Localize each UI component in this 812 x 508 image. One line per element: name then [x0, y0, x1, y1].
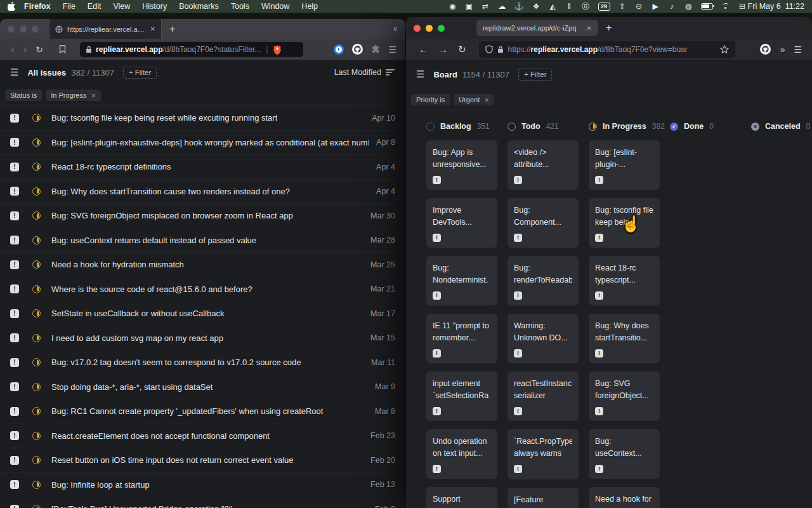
issue-row[interactable]: !Bug: RC1 Cannot create property '_updat…	[0, 399, 405, 424]
issue-row[interactable]: !Bug: tsconfig file keep being reset whi…	[0, 106, 405, 131]
issue-row[interactable]: !Reset button on iOS time input does not…	[0, 448, 405, 473]
lock-icon[interactable]	[497, 46, 504, 53]
issue-row[interactable]: !Bug: useContext returns default instead…	[0, 229, 405, 253]
remove-filter-icon[interactable]: ✕	[91, 92, 96, 99]
issue-row[interactable]: !Bug: [eslint-plugin-exhaustive-deps] ho…	[0, 131, 405, 156]
board-card[interactable]: Bug: Why does startTransitio...!	[589, 314, 660, 363]
reload-button[interactable]: ↻	[453, 44, 471, 55]
issue-row[interactable]: !Need a hook for hydration mismatchMar 2…	[0, 253, 405, 277]
calendar-29-icon[interactable]: 29	[598, 3, 610, 11]
board-card[interactable]: Support asynchronous...!	[426, 487, 497, 508]
sync-icon[interactable]: ⇄	[481, 2, 490, 11]
board-card[interactable]: Bug: Component...!	[508, 198, 579, 248]
close-window-button[interactable]	[8, 25, 15, 32]
issue-row[interactable]: !Stop doing data-*, aria-*, start using …	[0, 375, 405, 400]
issue-row[interactable]: !Bug: v17.0.2 tag doesn't seem to corres…	[0, 351, 405, 375]
issue-row[interactable]: !Bug: Infinite loop at startupFeb 13	[0, 473, 405, 498]
menubar-clock[interactable]: Fri May 6 11:22	[748, 2, 804, 11]
filter-chip[interactable]: Status is	[5, 90, 42, 101]
apple-menu-icon[interactable]	[8, 2, 15, 11]
forward-button[interactable]: ›	[19, 44, 32, 55]
browser-tab[interactable]: https://repliear.vercel.app/d/8b ✕	[49, 19, 162, 39]
filter-chip[interactable]: Urgent✕	[454, 94, 494, 105]
issue-row[interactable]: !Bug: SVG foreignObject misplaced on bro…	[0, 204, 405, 229]
app-menu-icon[interactable]: ☰	[416, 69, 424, 80]
url-bar[interactable]: repliear.vercel.app/d/8bTaoq7F0e?statusF…	[80, 42, 303, 57]
zero-badge-icon[interactable]: ⓪	[582, 1, 590, 12]
issue-row[interactable]: !Where is the source code of react@15.6.…	[0, 277, 405, 302]
volume-icon[interactable]: ♪	[668, 2, 676, 11]
extensions-puzzle-icon[interactable]	[371, 45, 380, 54]
board-card[interactable]: `React.PropType always warns ab!	[508, 429, 579, 479]
board-card[interactable]: <video /> attribute...!	[508, 140, 579, 190]
minimize-window-button[interactable]	[20, 25, 27, 32]
board-card[interactable]: Warning: Unknown DO...!	[508, 314, 579, 363]
assistant-icon[interactable]: ◍	[684, 2, 693, 11]
board-card[interactable]: Bug: Nondeterminist.!	[426, 256, 497, 305]
menu-file[interactable]: File	[63, 2, 75, 11]
board-card[interactable]: React 18-rc typescript...!	[589, 256, 660, 305]
browser-tab[interactable]: replidraw2.vercel.app/d/c-iZpq ✕	[476, 20, 598, 36]
issue-row[interactable]: !I need to add custom svg map on my reac…	[0, 326, 405, 351]
issue-row[interactable]: !Bug: Why does startTransition cause two…	[0, 180, 405, 204]
stats-bars-icon[interactable]: ‖	[565, 2, 573, 11]
wifi-icon[interactable]	[721, 3, 730, 10]
board-card[interactable]: Bug: App is unresponsive...!	[426, 140, 497, 190]
menu-firefox[interactable]: Firefox	[24, 2, 51, 11]
sort-control[interactable]: Last Modified	[334, 68, 395, 77]
menu-edit[interactable]: Edit	[88, 2, 102, 11]
url-bar[interactable]: https://repliear.vercel.app/d/8bTaoq7F0e…	[479, 41, 735, 58]
screen-share-icon[interactable]: ▣	[465, 2, 473, 11]
browser-menu-icon[interactable]: ☰	[794, 44, 802, 55]
onepassword-icon[interactable]	[334, 44, 344, 55]
browser-menu-icon[interactable]: ☰	[388, 44, 396, 55]
back-button[interactable]: ‹	[6, 44, 19, 55]
profiles-icon[interactable]: ⊟	[738, 2, 747, 11]
cloud-icon[interactable]: ☁	[498, 2, 506, 11]
menu-view[interactable]: View	[113, 2, 130, 11]
bookmark-ribbon-icon[interactable]	[59, 45, 66, 53]
menu-help[interactable]: Help	[301, 2, 318, 11]
dropbox-icon[interactable]: ❖	[532, 2, 540, 11]
board-card[interactable]: Bug: SVG foreignObject...!	[589, 371, 660, 421]
issue-row[interactable]: ![DevTools Bug] Unsupported Bridge opera…	[0, 497, 405, 508]
reload-button[interactable]: ↻	[31, 44, 48, 55]
battery-icon[interactable]	[701, 3, 713, 10]
add-filter-button[interactable]: + Filter	[518, 69, 552, 81]
zoom-window-button[interactable]	[32, 25, 39, 32]
close-window-button[interactable]	[414, 25, 421, 32]
board-card[interactable]: Need a hook for hydration...!	[589, 487, 660, 508]
board-card[interactable]: Improve DevTools...!	[426, 198, 497, 248]
close-tab-icon[interactable]: ✕	[587, 25, 592, 32]
remove-filter-icon[interactable]: ✕	[484, 97, 489, 104]
list-tabs-chevron-icon[interactable]: ∨	[393, 25, 398, 33]
issue-row[interactable]: !React.createElement does not accept fun…	[0, 424, 405, 449]
play-box-icon[interactable]: ◭	[549, 2, 557, 11]
menu-history[interactable]: History	[142, 2, 167, 11]
board-card[interactable]: input element `setSelectionRa!	[426, 371, 497, 421]
new-tab-button[interactable]: +	[606, 22, 612, 34]
github-icon[interactable]	[352, 44, 363, 55]
menu-window[interactable]: Window	[261, 2, 289, 11]
record-icon[interactable]: ◉	[449, 2, 457, 11]
close-tab-icon[interactable]: ✕	[150, 25, 155, 32]
board-card[interactable]: reactTestInstanc serializer!	[508, 371, 579, 421]
power-icon[interactable]: ⊙	[635, 2, 643, 11]
bookmark-star-icon[interactable]	[720, 45, 729, 54]
board-card[interactable]: Bug: useContext...!	[589, 429, 660, 479]
upload-icon[interactable]: ⇧	[619, 2, 627, 11]
filter-chip[interactable]: Priority is	[411, 94, 450, 105]
add-filter-button[interactable]: + Filter	[123, 67, 157, 79]
board-card[interactable]: [Feature request] expo...!	[508, 488, 579, 508]
overflow-chevrons-icon[interactable]: »	[780, 44, 785, 55]
brave-shield-icon[interactable]	[273, 44, 282, 55]
board-card[interactable]: Bug: renderToReadab!	[508, 256, 579, 305]
board-card[interactable]: IE 11 "prompt to remember...!	[426, 314, 497, 363]
menu-tools[interactable]: Tools	[231, 2, 249, 11]
board-card[interactable]: Bug: [eslint-plugin-...!	[589, 140, 660, 190]
forward-button[interactable]: →	[433, 44, 453, 55]
new-tab-button[interactable]: +	[169, 23, 175, 35]
minimize-window-button[interactable]	[426, 25, 433, 32]
play-circle-icon[interactable]: ▶	[652, 2, 660, 11]
board-card[interactable]: Undo operation on text input...!	[426, 429, 497, 479]
